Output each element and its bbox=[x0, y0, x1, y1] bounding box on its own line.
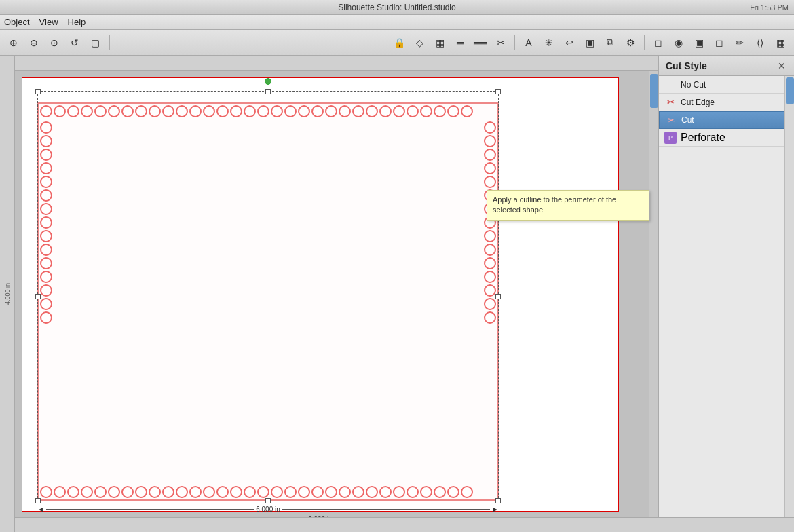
cut-button[interactable]: ✂ bbox=[491, 33, 510, 52]
dot bbox=[420, 105, 432, 117]
line-style-button[interactable]: ▣ bbox=[689, 33, 708, 52]
scrollbar-vertical[interactable] bbox=[649, 71, 658, 517]
fill-button[interactable]: ◉ bbox=[669, 33, 688, 52]
cut-style-cut-edge[interactable]: ✂ Cut Edge bbox=[659, 94, 794, 111]
trace-button[interactable]: ✳ bbox=[540, 33, 559, 52]
dot bbox=[94, 486, 107, 498]
settings-button[interactable]: ⚙ bbox=[621, 33, 640, 52]
dot bbox=[203, 486, 215, 498]
dot bbox=[434, 486, 446, 498]
dot bbox=[135, 486, 147, 498]
cut-style-panel: Cut Style ✕ No Cut ✂ Cut Edge ✂ Cut Appl… bbox=[658, 56, 794, 532]
panel-scroll-thumb[interactable] bbox=[786, 77, 794, 104]
dot bbox=[216, 486, 229, 498]
pattern-button[interactable]: ▦ bbox=[771, 33, 790, 52]
panel-header: Cut Style ✕ bbox=[659, 56, 794, 76]
arrow-left-icon: ◄ bbox=[37, 506, 44, 513]
titlebar: Silhouette Studio: Untitled.studio Fri 1… bbox=[0, 0, 794, 15]
dot bbox=[121, 105, 134, 117]
dot bbox=[40, 216, 52, 229]
dot bbox=[484, 135, 496, 147]
layers-button[interactable]: ◻ bbox=[649, 33, 668, 52]
dot-pattern-shape[interactable] bbox=[37, 102, 499, 501]
align-h-button[interactable]: ═ bbox=[451, 33, 470, 52]
weld-button[interactable]: ⟨⟩ bbox=[751, 33, 770, 52]
dot bbox=[484, 176, 496, 188]
dot bbox=[484, 149, 496, 161]
dot bbox=[149, 105, 161, 117]
cut-style-perforate[interactable]: P Perforate bbox=[659, 129, 794, 147]
toolbar-separator-3 bbox=[644, 35, 645, 50]
panel-close-button[interactable]: ✕ bbox=[776, 60, 787, 71]
dot bbox=[325, 105, 337, 117]
dot bbox=[54, 105, 66, 117]
dot bbox=[189, 486, 202, 498]
toolbar-separator-2 bbox=[514, 35, 515, 50]
cut-style-cut[interactable]: ✂ Cut Apply a cutline to the perimeter o… bbox=[659, 111, 794, 129]
canvas-area[interactable]: 4.000 in 6.000 in bbox=[0, 56, 658, 532]
dot bbox=[484, 298, 496, 310]
ruler-left: 4.000 in bbox=[0, 56, 15, 532]
ruler-bottom bbox=[15, 517, 658, 532]
dot bbox=[407, 486, 419, 498]
zoom-in-button[interactable]: ⊕ bbox=[4, 33, 23, 52]
scroll-thumb-vertical[interactable] bbox=[650, 74, 658, 108]
no-cut-label: No Cut bbox=[681, 80, 706, 90]
dot bbox=[81, 105, 93, 117]
dot bbox=[189, 105, 202, 117]
align-v-button[interactable]: ══ bbox=[471, 33, 490, 52]
pen-button[interactable]: ✏ bbox=[730, 33, 749, 52]
lock-button[interactable]: 🔒 bbox=[390, 33, 409, 52]
dot bbox=[484, 311, 496, 324]
dot bbox=[257, 105, 269, 117]
undo-button[interactable]: ↩ bbox=[560, 33, 579, 52]
dot bbox=[244, 486, 256, 498]
dot bbox=[54, 486, 66, 498]
dot bbox=[484, 271, 496, 283]
text-button[interactable]: A bbox=[519, 33, 538, 52]
dot bbox=[176, 105, 188, 117]
cut-style-no-cut[interactable]: No Cut bbox=[659, 76, 794, 94]
dot bbox=[352, 105, 364, 117]
dot bbox=[339, 105, 351, 117]
dot bbox=[40, 257, 52, 269]
menu-object[interactable]: Object bbox=[4, 17, 30, 27]
dot bbox=[230, 105, 242, 117]
zoom-tools: ⊕ ⊖ ⊙ ↺ ▢ bbox=[4, 33, 105, 52]
dot bbox=[40, 298, 52, 310]
group-button[interactable]: ▣ bbox=[580, 33, 599, 52]
width-dimension-arrow: ◄ 6.000 in ► bbox=[37, 506, 499, 513]
dot bbox=[298, 105, 310, 117]
width-label: 6.000 in bbox=[256, 506, 280, 513]
dot bbox=[135, 105, 147, 117]
zoom-out-button[interactable]: ⊖ bbox=[24, 33, 43, 52]
menu-help[interactable]: Help bbox=[68, 17, 86, 27]
shapes-button[interactable]: ◇ bbox=[410, 33, 429, 52]
dot bbox=[40, 284, 52, 297]
dot-col-left bbox=[40, 120, 52, 483]
perforate-icon: P bbox=[664, 132, 677, 144]
panel-scrollbar[interactable] bbox=[784, 76, 794, 532]
grid-button[interactable]: ▦ bbox=[430, 33, 449, 52]
dot bbox=[447, 105, 459, 117]
dot bbox=[366, 486, 378, 498]
ungroup-button[interactable]: ⧉ bbox=[601, 33, 620, 52]
pan-button[interactable]: ↺ bbox=[65, 33, 84, 52]
dot bbox=[67, 105, 79, 117]
select-button[interactable]: ▢ bbox=[86, 33, 105, 52]
dot bbox=[40, 149, 52, 161]
dot bbox=[40, 244, 52, 256]
dot bbox=[447, 486, 459, 498]
dot bbox=[339, 486, 351, 498]
canvas-content[interactable]: 6.000 in bbox=[15, 71, 658, 517]
dot bbox=[40, 121, 52, 134]
dot bbox=[244, 105, 256, 117]
color-button[interactable]: ◻ bbox=[710, 33, 729, 52]
toolbar: ⊕ ⊖ ⊙ ↺ ▢ 🔒 ◇ ▦ ═ ══ ✂ A ✳ ↩ ▣ ⧉ ⚙ ◻ ◉ ▣… bbox=[0, 30, 794, 56]
dot bbox=[230, 486, 242, 498]
zoom-fit-button[interactable]: ⊙ bbox=[45, 33, 64, 52]
menu-view[interactable]: View bbox=[39, 17, 58, 27]
dot bbox=[216, 105, 229, 117]
dot bbox=[461, 486, 473, 498]
dot bbox=[121, 486, 134, 498]
